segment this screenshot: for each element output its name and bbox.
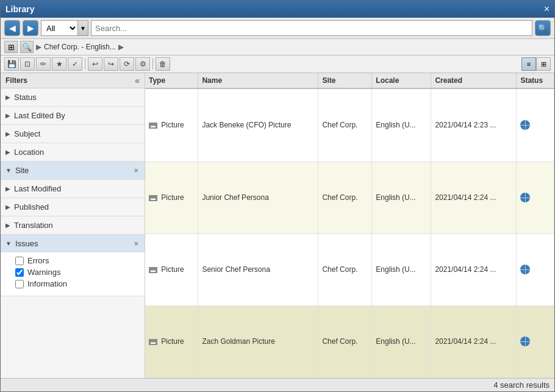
cell-site: Chef Corp. xyxy=(318,305,372,377)
checkbox-row-errors: Errors xyxy=(15,256,137,265)
breadcrumb-row: ⊞ 🔍 ▶ Chef Corp. - English... ▶ xyxy=(1,39,554,55)
filter-header-last-modified[interactable]: ▶ Last Modified xyxy=(1,180,145,198)
filter-label-subject: Subject xyxy=(14,129,140,138)
breadcrumb-path[interactable]: Chef Corp. - English... xyxy=(44,43,116,51)
filter-label-issues: Issues xyxy=(15,239,133,248)
filter-header-subject[interactable]: ▶ Subject xyxy=(1,125,145,143)
search-results-count: 4 search results xyxy=(493,380,550,390)
cell-status xyxy=(517,88,554,162)
filter-header-location[interactable]: ▶ Location xyxy=(1,143,145,161)
list-view-button[interactable]: ≡ xyxy=(521,57,536,71)
filter-item-location: ▶ Location xyxy=(1,143,145,162)
settings-button[interactable]: ⚙ xyxy=(135,57,150,71)
breadcrumb-grid-icon[interactable]: ⊞ xyxy=(4,41,18,53)
picture-thumb-icon: ▬ xyxy=(149,339,157,345)
results-area: Type Name Site Locale Created Status ▬ P… xyxy=(145,73,554,378)
status-globe-icon xyxy=(520,193,530,202)
window-title: Library xyxy=(5,4,34,14)
action-buttons-group: 💾 ⊡ ✏ ★ ✓ ↩ ↪ ⟳ ⚙ 🗑 xyxy=(4,57,170,71)
back-button[interactable]: ◀ xyxy=(4,20,20,36)
cell-created: 2021/04/14 2:24 ... xyxy=(431,305,517,377)
copy-button[interactable]: ⊡ xyxy=(20,57,35,71)
main-content: Filters « ▶ Status ▶ Last Edited By xyxy=(1,73,554,378)
undo-button[interactable]: ↩ xyxy=(88,57,102,71)
filters-title: Filters xyxy=(5,76,27,85)
close-button[interactable]: × xyxy=(544,4,550,14)
col-header-site: Site xyxy=(318,73,372,88)
search-input[interactable] xyxy=(91,20,532,36)
filter-arrow-location: ▶ xyxy=(5,149,10,155)
dropdown-arrow-icon[interactable]: ▼ xyxy=(77,20,88,36)
col-header-type: Type xyxy=(145,73,198,88)
filters-header: Filters « xyxy=(1,73,145,88)
cell-name: Junior Chef Persona xyxy=(198,162,318,233)
filter-arrow-published: ▶ xyxy=(5,204,10,210)
check-button[interactable]: ✓ xyxy=(68,57,82,71)
cell-status xyxy=(517,162,554,233)
cell-type: ▬ Picture xyxy=(145,233,198,305)
redo-button[interactable]: ↪ xyxy=(104,57,118,71)
filter-item-site: ▼ Site × xyxy=(1,162,145,180)
picture-thumb-icon: ▬ xyxy=(149,123,157,129)
cell-name: Jack Beneke (CFO) Picture xyxy=(198,88,318,162)
breadcrumb-separator-1: ▶ xyxy=(36,43,41,51)
cell-site: Chef Corp. xyxy=(318,162,372,233)
col-header-created: Created xyxy=(431,73,517,88)
forward-button[interactable]: ▶ xyxy=(23,20,38,36)
table-header-row: Type Name Site Locale Created Status xyxy=(145,73,554,88)
breadcrumb-separator-2: ▶ xyxy=(118,43,124,51)
filter-item-translation: ▶ Translation xyxy=(1,216,145,235)
warnings-label[interactable]: Warnings xyxy=(27,268,60,277)
filter-header-translation[interactable]: ▶ Translation xyxy=(1,216,145,234)
cell-name: Zach Goldman Picture xyxy=(198,305,318,377)
filter-header-last-edited-by[interactable]: ▶ Last Edited By xyxy=(1,107,145,124)
cell-locale: English (U... xyxy=(372,88,431,162)
cell-created: 2021/04/14 2:24 ... xyxy=(431,162,517,233)
filter-item-published: ▶ Published xyxy=(1,198,145,216)
breadcrumb-search-icon[interactable]: 🔍 xyxy=(20,41,34,53)
refresh-button[interactable]: ⟳ xyxy=(120,57,134,71)
filter-header-published[interactable]: ▶ Published xyxy=(1,198,145,216)
action-toolbar: 💾 ⊡ ✏ ★ ✓ ↩ ↪ ⟳ ⚙ 🗑 ≡ ⊞ xyxy=(1,55,554,73)
filter-label-published: Published xyxy=(14,202,140,212)
filter-close-issues[interactable]: × xyxy=(132,239,140,248)
grid-view-button[interactable]: ⊞ xyxy=(536,57,551,71)
filter-label-translation: Translation xyxy=(14,221,140,230)
filter-arrow-translation: ▶ xyxy=(5,222,10,229)
filter-item-last-edited-by: ▶ Last Edited By xyxy=(1,107,145,125)
picture-thumb-icon: ▬ xyxy=(149,195,157,201)
delete-button[interactable]: 🗑 xyxy=(156,57,170,71)
table-row[interactable]: ▬ Picture Junior Chef Persona Chef Corp.… xyxy=(145,162,554,233)
cell-locale: English (U... xyxy=(372,233,431,305)
filter-arrow-subject: ▶ xyxy=(5,130,10,137)
filter-arrow-status: ▶ xyxy=(5,94,10,101)
filter-arrow-last-modified: ▶ xyxy=(5,185,10,192)
filter-close-site[interactable]: × xyxy=(132,166,140,175)
filter-header-status[interactable]: ▶ Status xyxy=(1,88,145,106)
table-row[interactable]: ▬ Picture Jack Beneke (CFO) Picture Chef… xyxy=(145,88,554,162)
filter-item-issues: ▼ Issues × Errors Warnings Infor xyxy=(1,235,145,296)
cell-type: ▬ Picture xyxy=(145,88,198,162)
title-bar: Library × xyxy=(1,1,554,18)
sidebar-collapse-button[interactable]: « xyxy=(135,76,140,85)
cell-created: 2021/04/14 2:24 ... xyxy=(431,233,517,305)
filter-item-status: ▶ Status xyxy=(1,88,145,107)
information-label[interactable]: Information xyxy=(27,279,67,288)
edit-button[interactable]: ✏ xyxy=(36,57,51,71)
errors-label[interactable]: Errors xyxy=(27,256,49,265)
status-bar: 4 search results xyxy=(1,378,554,391)
errors-checkbox[interactable] xyxy=(15,257,24,265)
warnings-checkbox[interactable] xyxy=(15,268,24,277)
type-select[interactable]: All xyxy=(41,20,77,36)
save-button[interactable]: 💾 xyxy=(4,57,19,71)
table-row[interactable]: ▬ Picture Senior Chef Persona Chef Corp.… xyxy=(145,233,554,305)
toolbar-separator-1 xyxy=(85,59,85,69)
search-button[interactable]: 🔍 xyxy=(535,20,551,36)
issues-content: Errors Warnings Information xyxy=(1,252,145,296)
information-checkbox[interactable] xyxy=(15,280,24,288)
filter-header-site[interactable]: ▼ Site × xyxy=(1,162,145,179)
results-table: Type Name Site Locale Created Status ▬ P… xyxy=(145,73,554,378)
favorite-button[interactable]: ★ xyxy=(52,57,66,71)
filter-header-issues[interactable]: ▼ Issues × xyxy=(1,235,145,252)
table-row[interactable]: ▬ Picture Zach Goldman Picture Chef Corp… xyxy=(145,305,554,377)
